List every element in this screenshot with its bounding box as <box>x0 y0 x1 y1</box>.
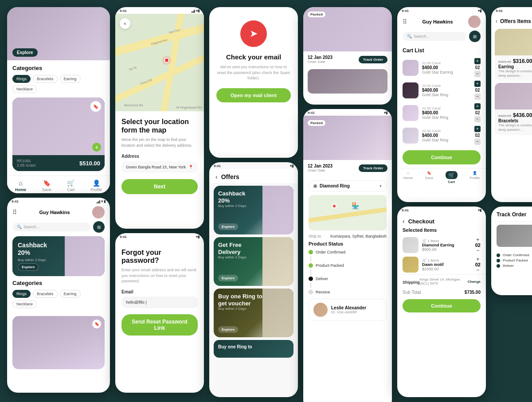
cart-item-name-2: Gold Star Ring <box>422 93 471 97</box>
offer-delivery-explore[interactable]: Explore <box>218 275 238 281</box>
cat2-necklace[interactable]: Necklace <box>12 300 37 308</box>
offers-back-button[interactable]: ‹ <box>215 173 218 180</box>
cat2-earring[interactable]: Earring <box>60 290 81 298</box>
email-input[interactable]: hello@fillo | <box>121 297 198 308</box>
product-card-2[interactable]: 🔖 <box>12 316 105 369</box>
qty-plus-4[interactable]: + <box>474 126 481 132</box>
qty-controls-3[interactable]: + 02 − <box>474 103 481 122</box>
status-bar-cart: 9:41 ▾▮ <box>397 7 486 14</box>
track-order-button-top[interactable]: Track Order <box>359 56 387 63</box>
subtotal-row: Sub Total $735.00 <box>397 288 486 297</box>
add-to-cart-icon[interactable]: + <box>92 143 101 152</box>
cashback-banner[interactable]: Cashback20% Buy within 2 Days Explore <box>12 236 105 276</box>
categories-heading-2: Categories <box>12 280 105 286</box>
location-content: Select your location form the map Move t… <box>115 111 204 200</box>
offer-voucher-explore[interactable]: Explore <box>218 326 238 333</box>
next-button[interactable]: Next <box>121 179 198 194</box>
offer-item-earring[interactable]: $429.00 $316.00 Earring The design is co… <box>495 29 532 81</box>
offer-delivery-card[interactable]: Get FreeDelivery Buy within 2 Days Explo… <box>214 237 293 286</box>
time-checkout: 9:41 <box>402 208 409 212</box>
offer-partial-card[interactable]: Buy one Ring to <box>214 340 293 358</box>
checkout-qty-1[interactable]: + 02 − <box>475 237 481 253</box>
checkout-continue-button[interactable]: Continue <box>403 299 481 312</box>
cat-earring[interactable]: Earring <box>60 75 81 83</box>
ship-map-road <box>309 202 387 228</box>
product-id-weight: RF1091 2.05 Gram <box>17 159 36 168</box>
offer-cashback-name: Cashback20% <box>218 190 246 204</box>
offer-cashback-card[interactable]: Cashback20% Buy within 2 Days Explore <box>214 186 293 234</box>
offers-title: Offers <box>221 173 239 180</box>
cat-bracelets[interactable]: Bracelets <box>33 75 58 83</box>
nav-home[interactable]: ⌂ Home <box>15 180 26 192</box>
cart-avatar[interactable] <box>468 16 481 28</box>
cart-nav-home[interactable]: ⌂ Home <box>403 171 413 184</box>
oi-back-button[interactable]: ‹ <box>496 18 497 24</box>
offer-item-bracelet[interactable]: $429.00 $436.00 Bracelets The design is … <box>495 83 532 135</box>
cart-nav-cart[interactable]: 🛒 Cart <box>446 171 458 184</box>
cart-grid-icon[interactable]: ⠿ <box>403 18 407 25</box>
cart-nav-profile[interactable]: 👤 Profile <box>469 171 480 184</box>
bookmark-icon[interactable]: 🔖 <box>90 101 101 112</box>
cat2-rings[interactable]: Rings <box>12 290 31 298</box>
cashback-explore-button[interactable]: Explore <box>18 263 39 271</box>
filter-button[interactable]: ⊞ <box>93 221 105 233</box>
open-mail-button[interactable]: Open my mail client <box>216 88 291 102</box>
nav-save-label: Save <box>42 187 51 192</box>
track-order-button-full[interactable]: Track Order <box>359 164 387 172</box>
cart-item-qty-2: 02 <box>475 88 480 93</box>
checkout-qty-2[interactable]: + 02 − <box>475 257 481 273</box>
map-pin[interactable] <box>164 58 169 63</box>
avatar[interactable] <box>92 206 105 219</box>
co-minus-2[interactable]: − <box>476 267 479 273</box>
offer-cashback-explore[interactable]: Explore <box>218 223 238 230</box>
change-shipping-link[interactable]: Change <box>468 280 481 284</box>
ring-dropdown[interactable]: Diamond Ring ▾ <box>309 180 387 191</box>
offer-ring-image <box>262 186 293 234</box>
qty-minus-3[interactable]: − <box>474 116 481 122</box>
offer-earring-sale-price: $316.00 <box>513 58 532 64</box>
co-plus-1[interactable]: + <box>476 237 479 242</box>
cat-necklace[interactable]: Necklace <box>12 85 37 93</box>
cart-item-info-4: 22.00 Caret $400.00 Gold Star Ring <box>422 129 471 142</box>
product-card[interactable]: 🔖 + RF1091 2.05 Gram $510.00 <box>12 98 105 171</box>
checkout-back-button[interactable]: ‹ <box>403 218 405 225</box>
qty-plus-2[interactable]: + <box>474 81 481 87</box>
nav-save[interactable]: 🔖 Save <box>42 180 51 192</box>
nav-cart-label: Cart <box>67 187 74 192</box>
qty-minus-2[interactable]: − <box>474 94 481 100</box>
qty-minus-4[interactable]: − <box>474 139 481 145</box>
nav-cart[interactable]: 🛒 Cart <box>67 180 74 192</box>
cart-filter-button[interactable]: ⊞ <box>469 31 481 42</box>
grid-icon[interactable]: ⠿ <box>12 209 17 216</box>
map-location-screen: 9:41 ▾▮ Van Duz... Osgoo <box>115 7 204 229</box>
qty-plus-3[interactable]: + <box>474 103 481 109</box>
co-minus-1[interactable]: − <box>476 248 479 253</box>
explore-button[interactable]: Explore <box>12 48 38 57</box>
cart-search-input[interactable]: 🔍 Search... <box>403 32 466 41</box>
offer-voucher-card[interactable]: Buy one Ring toget voucher Buy within 2 … <box>214 289 293 337</box>
bookmark-icon-2[interactable]: 🔖 <box>92 320 101 328</box>
qty-minus-1[interactable]: − <box>474 71 481 77</box>
cat2-bracelets[interactable]: Bracelets <box>33 290 58 298</box>
email-value: hello@fillo | <box>126 300 147 304</box>
status-bar-map: 9:41 ▾▮ <box>115 7 204 14</box>
offer-delivery-sub: Buy within 2 Days <box>218 255 246 259</box>
map-back-button[interactable]: ‹ <box>120 18 130 29</box>
address-input[interactable]: Green Bangla Road 15, New York 📍 <box>121 161 198 173</box>
send-reset-button[interactable]: Send Reset Password Link <box>121 314 198 336</box>
cart-nav-save[interactable]: 🔖 Save <box>425 171 433 184</box>
nav-profile[interactable]: 👤 Profile <box>90 180 102 192</box>
cart-continue-button[interactable]: Continue <box>403 150 481 164</box>
cart-item-caret-1: 22.00 Caret <box>422 61 471 65</box>
co-plus-2[interactable]: + <box>476 257 479 262</box>
map-area[interactable]: Van Duz... Osgood Ave Tar St Clove Rd Ri… <box>115 14 204 111</box>
qty-controls-2[interactable]: + 02 − <box>474 81 481 100</box>
profile-icon: 👤 <box>93 180 100 187</box>
qty-controls-4[interactable]: + 02 − <box>474 126 481 145</box>
qty-plus-1[interactable]: + <box>474 58 481 64</box>
qty-controls-1[interactable]: + 02 − <box>474 58 481 77</box>
step-receive: Receive <box>309 290 387 294</box>
subtotal-value: $735.00 <box>465 290 481 295</box>
search-input[interactable]: 🔍 Search... <box>12 222 90 231</box>
cat-rings[interactable]: Rings <box>12 75 31 83</box>
